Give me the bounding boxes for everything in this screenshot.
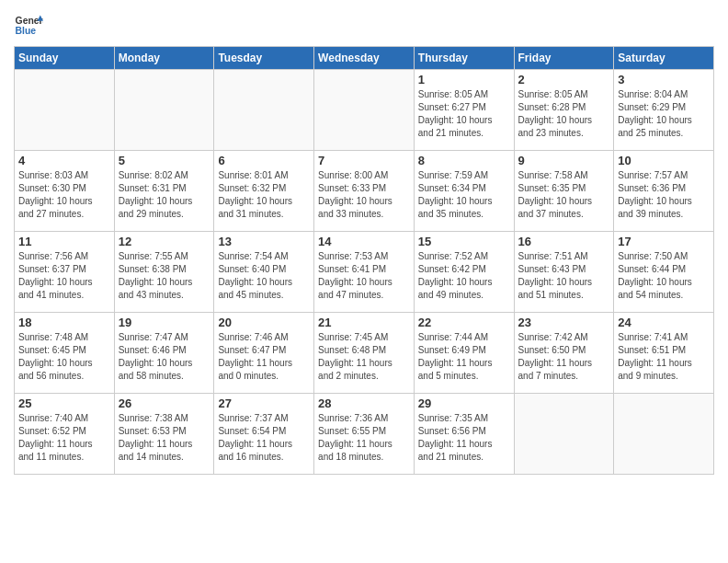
day-number: 29 <box>418 396 510 410</box>
calendar-cell: 3Sunrise: 8:04 AM Sunset: 6:29 PM Daylig… <box>614 70 714 151</box>
day-number: 20 <box>218 316 310 329</box>
weekday-header-row: SundayMondayTuesdayWednesdayThursdayFrid… <box>15 47 714 70</box>
day-info: Sunrise: 7:54 AM Sunset: 6:40 PM Dayligh… <box>218 250 310 302</box>
weekday-header-wednesday: Wednesday <box>314 47 415 70</box>
day-info: Sunrise: 7:45 AM Sunset: 6:48 PM Dayligh… <box>318 331 410 383</box>
day-number: 2 <box>518 73 610 86</box>
day-number: 24 <box>618 316 710 329</box>
day-info: Sunrise: 7:52 AM Sunset: 6:42 PM Dayligh… <box>418 250 510 302</box>
day-number: 13 <box>218 235 310 248</box>
calendar-cell: 12Sunrise: 7:55 AM Sunset: 6:38 PM Dayli… <box>114 232 214 313</box>
day-number: 17 <box>618 235 710 248</box>
weekday-header-thursday: Thursday <box>414 47 514 70</box>
calendar-cell: 15Sunrise: 7:52 AM Sunset: 6:42 PM Dayli… <box>414 232 514 313</box>
day-info: Sunrise: 8:02 AM Sunset: 6:31 PM Dayligh… <box>119 169 210 221</box>
calendar-cell: 27Sunrise: 7:37 AM Sunset: 6:54 PM Dayli… <box>214 394 314 475</box>
day-info: Sunrise: 8:05 AM Sunset: 6:28 PM Dayligh… <box>518 88 610 140</box>
day-number: 19 <box>119 316 210 329</box>
calendar-cell: 7Sunrise: 8:00 AM Sunset: 6:33 PM Daylig… <box>314 151 415 232</box>
day-number: 26 <box>119 396 210 410</box>
day-info: Sunrise: 8:03 AM Sunset: 6:30 PM Dayligh… <box>18 169 110 221</box>
day-number: 21 <box>318 316 410 329</box>
day-number: 8 <box>418 154 510 167</box>
calendar-week-row-4: 18Sunrise: 7:48 AM Sunset: 6:45 PM Dayli… <box>15 313 714 394</box>
calendar-cell: 29Sunrise: 7:35 AM Sunset: 6:56 PM Dayli… <box>414 394 514 475</box>
day-number: 12 <box>119 235 210 248</box>
calendar-cell: 23Sunrise: 7:42 AM Sunset: 6:50 PM Dayli… <box>514 313 614 394</box>
day-info: Sunrise: 7:42 AM Sunset: 6:50 PM Dayligh… <box>518 331 610 383</box>
day-number: 6 <box>218 154 310 167</box>
day-info: Sunrise: 7:56 AM Sunset: 6:37 PM Dayligh… <box>18 250 110 302</box>
calendar-cell: 11Sunrise: 7:56 AM Sunset: 6:37 PM Dayli… <box>15 232 115 313</box>
calendar-cell: 2Sunrise: 8:05 AM Sunset: 6:28 PM Daylig… <box>514 70 614 151</box>
calendar-cell: 22Sunrise: 7:44 AM Sunset: 6:49 PM Dayli… <box>414 313 514 394</box>
day-number: 9 <box>518 154 610 167</box>
calendar-cell <box>114 70 214 151</box>
day-info: Sunrise: 7:37 AM Sunset: 6:54 PM Dayligh… <box>218 412 310 464</box>
calendar-cell: 17Sunrise: 7:50 AM Sunset: 6:44 PM Dayli… <box>614 232 714 313</box>
day-info: Sunrise: 7:57 AM Sunset: 6:36 PM Dayligh… <box>618 169 710 221</box>
weekday-header-sunday: Sunday <box>15 47 115 70</box>
calendar-cell: 6Sunrise: 8:01 AM Sunset: 6:32 PM Daylig… <box>214 151 314 232</box>
day-number: 16 <box>518 235 610 248</box>
day-info: Sunrise: 8:00 AM Sunset: 6:33 PM Dayligh… <box>318 169 410 221</box>
calendar-cell: 28Sunrise: 7:36 AM Sunset: 6:55 PM Dayli… <box>314 394 415 475</box>
day-info: Sunrise: 7:53 AM Sunset: 6:41 PM Dayligh… <box>318 250 410 302</box>
day-info: Sunrise: 8:05 AM Sunset: 6:27 PM Dayligh… <box>418 88 510 140</box>
calendar-cell: 4Sunrise: 8:03 AM Sunset: 6:30 PM Daylig… <box>15 151 115 232</box>
day-info: Sunrise: 7:51 AM Sunset: 6:43 PM Dayligh… <box>518 250 610 302</box>
calendar-cell: 13Sunrise: 7:54 AM Sunset: 6:40 PM Dayli… <box>214 232 314 313</box>
calendar-cell <box>514 394 614 475</box>
calendar-cell: 20Sunrise: 7:46 AM Sunset: 6:47 PM Dayli… <box>214 313 314 394</box>
day-number: 15 <box>418 235 510 248</box>
day-number: 22 <box>418 316 510 329</box>
calendar-cell: 26Sunrise: 7:38 AM Sunset: 6:53 PM Dayli… <box>114 394 214 475</box>
day-info: Sunrise: 7:36 AM Sunset: 6:55 PM Dayligh… <box>318 412 410 464</box>
calendar-table: SundayMondayTuesdayWednesdayThursdayFrid… <box>14 46 714 475</box>
day-info: Sunrise: 7:50 AM Sunset: 6:44 PM Dayligh… <box>618 250 710 302</box>
day-info: Sunrise: 7:38 AM Sunset: 6:53 PM Dayligh… <box>119 412 210 464</box>
calendar-week-row-2: 4Sunrise: 8:03 AM Sunset: 6:30 PM Daylig… <box>15 151 714 232</box>
day-info: Sunrise: 7:35 AM Sunset: 6:56 PM Dayligh… <box>418 412 510 464</box>
day-info: Sunrise: 7:48 AM Sunset: 6:45 PM Dayligh… <box>18 331 110 383</box>
day-info: Sunrise: 7:58 AM Sunset: 6:35 PM Dayligh… <box>518 169 610 221</box>
calendar-cell: 5Sunrise: 8:02 AM Sunset: 6:31 PM Daylig… <box>114 151 214 232</box>
calendar-cell: 8Sunrise: 7:59 AM Sunset: 6:34 PM Daylig… <box>414 151 514 232</box>
day-info: Sunrise: 7:44 AM Sunset: 6:49 PM Dayligh… <box>418 331 510 383</box>
day-number: 1 <box>418 73 510 86</box>
calendar-cell <box>214 70 314 151</box>
logo-icon: General Blue <box>14 9 43 39</box>
weekday-header-friday: Friday <box>514 47 614 70</box>
calendar-cell <box>614 394 714 475</box>
day-info: Sunrise: 7:41 AM Sunset: 6:51 PM Dayligh… <box>618 331 710 383</box>
day-number: 27 <box>218 396 310 410</box>
day-number: 11 <box>18 235 110 248</box>
calendar-cell: 16Sunrise: 7:51 AM Sunset: 6:43 PM Dayli… <box>514 232 614 313</box>
day-info: Sunrise: 7:40 AM Sunset: 6:52 PM Dayligh… <box>18 412 110 464</box>
svg-text:Blue: Blue <box>16 26 37 36</box>
calendar-cell: 24Sunrise: 7:41 AM Sunset: 6:51 PM Dayli… <box>614 313 714 394</box>
calendar-week-row-3: 11Sunrise: 7:56 AM Sunset: 6:37 PM Dayli… <box>15 232 714 313</box>
calendar-cell: 21Sunrise: 7:45 AM Sunset: 6:48 PM Dayli… <box>314 313 415 394</box>
calendar-cell: 1Sunrise: 8:05 AM Sunset: 6:27 PM Daylig… <box>414 70 514 151</box>
day-info: Sunrise: 7:47 AM Sunset: 6:46 PM Dayligh… <box>119 331 210 383</box>
calendar-cell: 18Sunrise: 7:48 AM Sunset: 6:45 PM Dayli… <box>15 313 115 394</box>
logo: General Blue <box>14 9 47 39</box>
calendar-cell: 9Sunrise: 7:58 AM Sunset: 6:35 PM Daylig… <box>514 151 614 232</box>
calendar-week-row-1: 1Sunrise: 8:05 AM Sunset: 6:27 PM Daylig… <box>15 70 714 151</box>
day-number: 25 <box>18 396 110 410</box>
calendar-cell: 10Sunrise: 7:57 AM Sunset: 6:36 PM Dayli… <box>614 151 714 232</box>
day-number: 5 <box>119 154 210 167</box>
day-info: Sunrise: 8:04 AM Sunset: 6:29 PM Dayligh… <box>618 88 710 140</box>
calendar-cell: 14Sunrise: 7:53 AM Sunset: 6:41 PM Dayli… <box>314 232 415 313</box>
day-number: 10 <box>618 154 710 167</box>
weekday-header-saturday: Saturday <box>614 47 714 70</box>
header: General Blue <box>14 9 714 39</box>
day-number: 28 <box>318 396 410 410</box>
day-number: 4 <box>18 154 110 167</box>
day-info: Sunrise: 8:01 AM Sunset: 6:32 PM Dayligh… <box>218 169 310 221</box>
weekday-header-monday: Monday <box>114 47 214 70</box>
day-info: Sunrise: 7:59 AM Sunset: 6:34 PM Dayligh… <box>418 169 510 221</box>
day-number: 7 <box>318 154 410 167</box>
calendar-week-row-5: 25Sunrise: 7:40 AM Sunset: 6:52 PM Dayli… <box>15 394 714 475</box>
